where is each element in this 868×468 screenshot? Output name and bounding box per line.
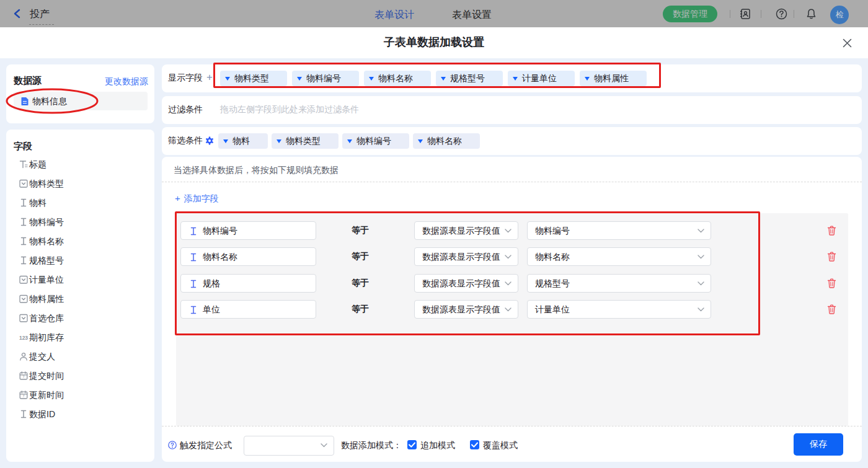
rule-row: 物料编号 等于 数据源表显示字段值 物料编号 xyxy=(176,221,848,240)
trash-icon[interactable] xyxy=(827,226,836,236)
gear-icon[interactable] xyxy=(205,136,214,145)
close-icon[interactable] xyxy=(843,38,852,48)
target-field-box[interactable]: 单位 xyxy=(180,300,316,319)
filter-condition-label: 过滤条件 xyxy=(168,104,203,115)
tab-form-settings[interactable]: 表单设置 xyxy=(452,9,492,22)
filter-drop-placeholder[interactable]: 拖动左侧字段到此处来添加过滤条件 xyxy=(220,104,359,115)
field-tag[interactable]: 物料属性 xyxy=(580,71,647,86)
rules-note: 当选择具体数据后，将按如下规则填充数据 xyxy=(174,165,339,176)
field-item[interactable]: 提交人 xyxy=(6,347,154,366)
user-avatar[interactable]: 检 xyxy=(830,6,849,24)
modal-title: 子表单数据加载设置 xyxy=(0,27,868,58)
date-field-icon xyxy=(19,371,28,380)
datasource-item-label: 物料信息 xyxy=(32,96,67,107)
tab-form-design[interactable]: 表单设计 xyxy=(374,9,414,22)
caret-down-icon xyxy=(223,139,228,143)
field-tag[interactable]: 物料名称 xyxy=(413,133,480,149)
display-fields-row: 显示字段 + 物料类型 物料编号 物料名称 规格型号 计量单位 物料属性 xyxy=(162,64,862,92)
fields-panel: 字段 标题 物料类型 物料 物料编号 物料名称 规格型号 计量单位 物料属性 首… xyxy=(6,130,154,462)
add-field-link[interactable]: +添加字段 xyxy=(175,193,219,205)
overwrite-mode-checkbox[interactable] xyxy=(470,440,479,449)
chevron-down-icon xyxy=(698,307,704,312)
field-item[interactable]: 物料编号 xyxy=(6,213,154,232)
field-item[interactable]: 更新时间 xyxy=(6,386,154,405)
overwrite-mode-label: 覆盖模式 xyxy=(483,440,518,451)
datasource-item[interactable]: 物料信息 xyxy=(14,92,148,110)
select-field-icon xyxy=(19,314,28,322)
change-datasource-link[interactable]: 更改数据源 xyxy=(105,76,148,87)
field-item[interactable]: 物料名称 xyxy=(6,232,154,251)
caret-down-icon xyxy=(297,77,302,81)
field-tag[interactable]: 物料名称 xyxy=(364,71,431,86)
field-item[interactable]: 期初库存 xyxy=(6,328,154,347)
field-tag[interactable]: 规格型号 xyxy=(436,71,503,86)
add-display-field-icon[interactable]: + xyxy=(206,71,213,84)
source-field-select[interactable]: 物料名称 xyxy=(527,247,711,266)
source-type-select[interactable]: 数据源表显示字段值 xyxy=(414,247,518,266)
notification-bell-icon[interactable] xyxy=(805,8,817,20)
modal-footer: 触发指定公式 数据添加模式： 追加模式 覆盖模式 保存 xyxy=(162,426,862,462)
chevron-down-icon xyxy=(321,443,327,448)
divider xyxy=(794,10,794,18)
trash-icon[interactable] xyxy=(827,278,836,288)
field-tag[interactable]: 物料 xyxy=(218,133,268,149)
chevron-down-icon xyxy=(505,229,512,233)
fields-title: 字段 xyxy=(14,141,32,152)
text-field-icon xyxy=(190,253,197,262)
divider xyxy=(761,10,761,18)
rule-row: 物料名称 等于 数据源表显示字段值 物料名称 xyxy=(176,247,848,266)
field-item[interactable]: 物料 xyxy=(6,193,154,213)
target-field-box[interactable]: 物料编号 xyxy=(180,221,316,240)
source-field-select[interactable]: 规格型号 xyxy=(527,274,711,293)
field-item[interactable]: 物料属性 xyxy=(6,289,154,309)
source-field-select[interactable]: 物料编号 xyxy=(527,221,711,240)
back-button[interactable] xyxy=(12,9,22,19)
field-item[interactable]: 提交时间 xyxy=(6,366,154,386)
title-field-icon xyxy=(19,160,28,169)
trigger-formula-label: 触发指定公式 xyxy=(180,440,232,451)
field-tag[interactable]: 物料编号 xyxy=(342,133,409,149)
target-field-box[interactable]: 物料名称 xyxy=(180,247,316,266)
modal-body: 数据源 更改数据源 物料信息 字段 标题 物料类型 物料 物料编号 物料名称 规… xyxy=(0,58,868,468)
field-item[interactable]: 规格型号 xyxy=(6,251,154,270)
field-item[interactable]: 数据ID xyxy=(6,405,154,424)
select-field-icon xyxy=(19,275,28,284)
chevron-down-icon xyxy=(698,255,704,259)
source-type-select[interactable]: 数据源表显示字段值 xyxy=(414,300,518,319)
field-tag[interactable]: 计量单位 xyxy=(508,71,575,86)
text-field-icon xyxy=(190,280,197,288)
append-mode-checkbox[interactable] xyxy=(407,440,417,449)
user-field-icon xyxy=(19,352,28,361)
field-item[interactable]: 计量单位 xyxy=(6,270,154,289)
help-circle-icon[interactable] xyxy=(168,441,177,449)
save-button[interactable]: 保存 xyxy=(794,433,843,456)
screen-condition-row: 筛选条件 物料 物料类型 物料编号 物料名称 xyxy=(162,127,862,155)
caret-down-icon xyxy=(225,77,230,81)
datasource-panel: 数据源 更改数据源 物料信息 xyxy=(6,64,154,123)
field-tag[interactable]: 物料类型 xyxy=(272,133,339,149)
data-manage-button[interactable]: 数据管理 xyxy=(663,6,717,22)
source-type-select[interactable]: 数据源表显示字段值 xyxy=(414,221,518,240)
field-tag[interactable]: 物料类型 xyxy=(220,71,287,86)
operator-label: 等于 xyxy=(352,304,369,315)
target-field-box[interactable]: 规格 xyxy=(180,274,316,293)
field-item-title[interactable]: 标题 xyxy=(6,155,154,174)
source-field-select[interactable]: 计量单位 xyxy=(527,300,711,319)
trash-icon[interactable] xyxy=(827,304,836,314)
form-name[interactable]: 投产 xyxy=(30,8,50,21)
trash-icon[interactable] xyxy=(827,252,836,262)
contact-book-icon[interactable] xyxy=(739,8,751,20)
chevron-down-icon xyxy=(505,281,512,286)
field-tag[interactable]: 物料编号 xyxy=(292,71,359,86)
text-field-icon xyxy=(19,218,28,226)
field-item[interactable]: 物料类型 xyxy=(6,174,154,193)
text-field-icon xyxy=(19,256,28,265)
chevron-down-icon xyxy=(505,255,512,259)
help-icon[interactable] xyxy=(776,8,787,20)
field-item[interactable]: 首选仓库 xyxy=(6,309,154,328)
append-mode-label: 追加模式 xyxy=(420,440,455,451)
select-field-icon xyxy=(19,179,28,188)
formula-select[interactable] xyxy=(244,436,334,456)
source-type-select[interactable]: 数据源表显示字段值 xyxy=(414,274,518,293)
top-navigation-bar: 投产 表单设计 表单设置 数据管理 检 xyxy=(0,0,868,27)
